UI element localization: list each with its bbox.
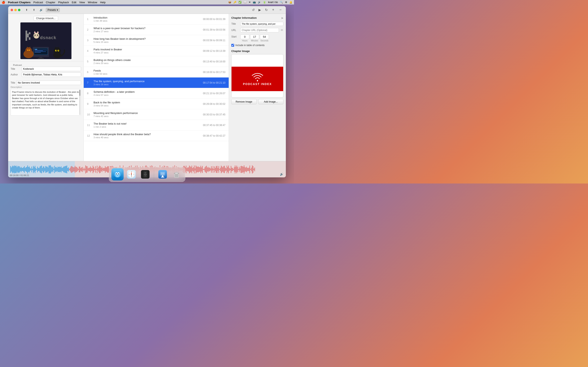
chapter-item-12[interactable]: 12 How should people think about the Bea… bbox=[84, 131, 229, 141]
control-center-icon[interactable]: ⚙ bbox=[285, 1, 287, 4]
notification-icon[interactable]: 🔔 bbox=[289, 1, 292, 4]
speaker-button[interactable]: 🔊 bbox=[38, 8, 44, 12]
svg-rect-286 bbox=[202, 166, 203, 173]
svg-rect-68 bbox=[24, 166, 25, 173]
apple-menu[interactable]: 🍎 bbox=[2, 1, 5, 4]
chapter-item-4[interactable]: 4 Parts involved in Beaker 4 mins 27 sec… bbox=[84, 46, 229, 56]
svg-rect-89 bbox=[41, 166, 42, 173]
share-button[interactable]: ⬆ bbox=[24, 8, 29, 12]
menu-help[interactable]: Help bbox=[100, 1, 105, 4]
rewind-button[interactable]: ↺ bbox=[251, 8, 256, 12]
menu-chapter[interactable]: Chapter bbox=[46, 1, 55, 4]
volume-icon[interactable]: 🔊 bbox=[258, 1, 261, 4]
svg-rect-136 bbox=[80, 166, 80, 172]
chapter-title-input[interactable] bbox=[240, 22, 283, 26]
hours-label: Hours bbox=[242, 40, 248, 42]
chapter-item-9[interactable]: 9 Back to the file system 3 mins 54 secs… bbox=[84, 99, 229, 109]
svg-rect-99 bbox=[49, 166, 50, 174]
svg-rect-158 bbox=[98, 168, 98, 171]
dock-trash[interactable] bbox=[171, 168, 183, 180]
chapter-time: 00:13:40 to 00:16:00 bbox=[203, 60, 225, 63]
dock-remotebuddy[interactable] bbox=[139, 168, 151, 180]
chapter-title: The Beaker beta is out now! bbox=[94, 122, 203, 125]
close-button[interactable] bbox=[11, 9, 13, 11]
chapter-duration: 4 mins 27 secs bbox=[94, 51, 203, 54]
waveform-volume-icon[interactable]: 🔊 bbox=[280, 173, 283, 176]
chapter-item-6[interactable]: 6 Feeds 1 min 53 secs 00:16:00 to 00:17:… bbox=[84, 67, 229, 77]
chapter-item-10[interactable]: 10 Mounting and filesystem performance 7… bbox=[84, 109, 229, 120]
maximize-button[interactable] bbox=[18, 9, 20, 11]
svg-rect-90 bbox=[42, 168, 43, 171]
chapter-item-2[interactable]: 2 What is a peer-to-peer browser for hac… bbox=[84, 25, 229, 35]
dock-safari[interactable]: N S W E bbox=[125, 168, 138, 180]
chapter-url-input[interactable] bbox=[240, 28, 279, 33]
menubar: 🍎 Podcast Chapters Podcast Chapter Playb… bbox=[0, 0, 294, 4]
svg-point-352 bbox=[114, 171, 121, 178]
time-fields: Hours Minutes Seconds bbox=[240, 34, 269, 42]
chapter-item-8[interactable]: 8 Schema definition - a later problem 4 … bbox=[84, 88, 229, 99]
svg-rect-103 bbox=[53, 167, 53, 172]
svg-rect-4 bbox=[29, 32, 30, 34]
export-button[interactable]: ⬆ bbox=[31, 8, 37, 12]
chapter-info: Back to the file system 3 mins 54 secs bbox=[94, 101, 203, 107]
play-button[interactable]: ▶ bbox=[257, 8, 262, 12]
menu-edit[interactable]: Edit bbox=[72, 1, 76, 4]
chapter-info: Mounting and filesystem performance 7 mi… bbox=[94, 111, 203, 117]
title-input[interactable] bbox=[22, 67, 81, 71]
chapter-item-5[interactable]: 5 Building on things others create 2 min… bbox=[84, 56, 229, 67]
chapter-item-3[interactable]: 3 How long has Beaker been in developmen… bbox=[84, 35, 229, 46]
chapter-item-7[interactable]: 7 The file system, querying, and perform… bbox=[84, 77, 229, 88]
chapter-time: 00:01:39 to 00:03:56 bbox=[203, 28, 225, 31]
battery-icon[interactable]: 🔋 bbox=[263, 1, 266, 4]
svg-rect-88 bbox=[40, 166, 41, 173]
presets-dropdown[interactable]: Presets ▾ bbox=[46, 8, 60, 12]
change-artwork-button[interactable]: Change Artwork... bbox=[34, 16, 58, 21]
menu-view[interactable]: View bbox=[79, 1, 85, 4]
seconds-input[interactable] bbox=[260, 34, 269, 39]
search-icon[interactable]: 🔍 bbox=[280, 1, 283, 4]
svg-rect-324 bbox=[233, 169, 234, 170]
description-scrollbar[interactable] bbox=[79, 90, 80, 115]
menu-playback[interactable]: Playback bbox=[58, 1, 69, 4]
menu-podcast-chapters[interactable]: Podcast Chapters bbox=[8, 1, 31, 4]
remove-image-button[interactable]: Remove Image bbox=[231, 99, 257, 104]
x-icon[interactable]: ✕ bbox=[249, 1, 251, 4]
svg-rect-113 bbox=[61, 166, 61, 173]
chapter-info: The file system, querying, and performan… bbox=[94, 80, 203, 86]
kindle-icon[interactable]: 📖 bbox=[243, 1, 247, 4]
author-input[interactable] bbox=[22, 72, 81, 77]
chapter-duration: 2 mins 17 secs bbox=[94, 30, 203, 33]
chapter-item-1[interactable]: 1 Introduction 1 min 39 secs 00:00:00 to… bbox=[84, 14, 229, 25]
chapter-duration: 1 min 39 secs bbox=[94, 20, 203, 22]
menu-window[interactable]: Window bbox=[88, 1, 97, 4]
svg-rect-321 bbox=[231, 166, 231, 173]
chapter-item-11[interactable]: 11 The Beaker beta is out now! 1 min 2 s… bbox=[84, 120, 229, 131]
episode-title-input[interactable] bbox=[16, 81, 81, 85]
dropbox-icon[interactable]: 📦 bbox=[228, 1, 231, 4]
svg-rect-322 bbox=[232, 167, 232, 171]
hours-input[interactable] bbox=[240, 34, 249, 39]
svg-rect-64 bbox=[21, 167, 21, 172]
dock-yoink[interactable] bbox=[156, 168, 169, 180]
chapter-image-frame: PODCAST INDEX bbox=[231, 54, 283, 98]
menu-podcast[interactable]: Podcast bbox=[34, 1, 43, 4]
chapter-info: How should people think about the Beaker… bbox=[94, 133, 203, 139]
add-image-button[interactable]: Add Image... bbox=[258, 99, 284, 104]
forward-button[interactable]: ↻ bbox=[264, 8, 269, 12]
remove-chapter-button[interactable]: − bbox=[278, 8, 283, 12]
svg-point-41 bbox=[58, 50, 59, 51]
dock-finder[interactable] bbox=[112, 168, 124, 180]
add-chapter-button[interactable]: + bbox=[270, 8, 276, 12]
minutes-input[interactable] bbox=[250, 34, 259, 39]
minimize-button[interactable] bbox=[14, 9, 17, 11]
minutes-label: Minutes bbox=[251, 40, 258, 42]
1password-icon[interactable]: 🔑 bbox=[233, 1, 236, 4]
status-icon[interactable]: ✅ bbox=[238, 1, 242, 4]
artwork-area: Change Artwork... bbox=[8, 14, 84, 61]
svg-rect-25 bbox=[35, 49, 35, 50]
chapter-info: Schema definition - a later problem 4 mi… bbox=[94, 90, 203, 96]
toc-checkbox[interactable] bbox=[231, 44, 234, 47]
svg-rect-309 bbox=[221, 166, 222, 173]
url-visibility-toggle[interactable]: 👁 bbox=[281, 29, 283, 32]
airplay-icon[interactable]: 📺 bbox=[253, 1, 256, 4]
